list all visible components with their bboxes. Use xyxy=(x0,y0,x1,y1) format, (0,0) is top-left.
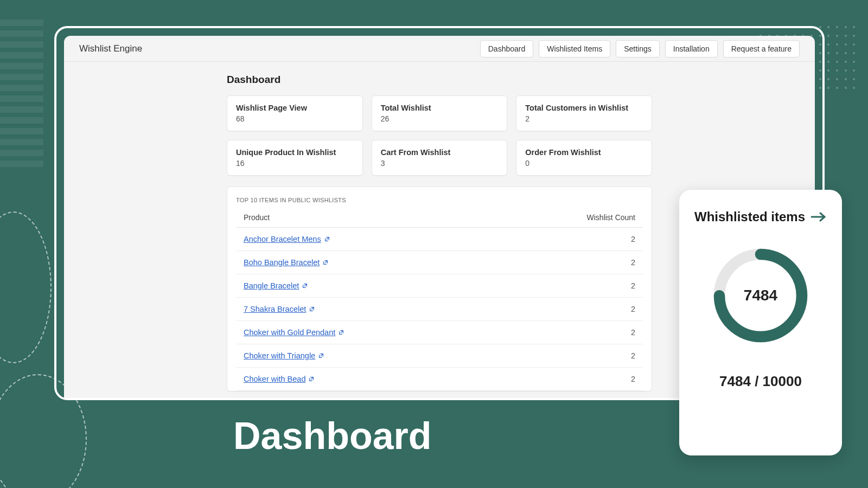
stat-label: Total Customers in Wishlist xyxy=(525,104,643,112)
external-link-icon xyxy=(309,376,314,382)
product-link[interactable]: Anchor Bracelet Mens xyxy=(244,235,330,243)
product-link[interactable]: Choker with Triangle xyxy=(244,351,324,360)
stat-value: 0 xyxy=(525,159,643,168)
nav-installation[interactable]: Installation xyxy=(665,40,718,57)
external-link-icon xyxy=(309,306,315,312)
stat-card-total-customers: Total Customers in Wishlist 2 xyxy=(516,95,652,131)
stat-value: 2 xyxy=(525,114,643,123)
stat-card-page-view: Wishlist Page View 68 xyxy=(227,95,363,131)
stat-label: Unique Product In Wishlist xyxy=(236,148,354,157)
stat-value: 26 xyxy=(381,114,499,123)
table-header: Product Wishlist Count xyxy=(236,213,643,228)
stat-card-cart-from-wishlist: Cart From Wishlist 3 xyxy=(372,140,508,176)
external-link-icon xyxy=(323,260,328,265)
table-row: Boho Bangle Bracelet2 xyxy=(236,251,643,274)
top-items-table: TOP 10 ITEMS IN PUBLIC WISHLISTS Product… xyxy=(227,187,652,391)
nav-dashboard[interactable]: Dashboard xyxy=(480,40,534,57)
ratio-text: 7484 / 10000 xyxy=(694,373,827,390)
stat-card-order-from-wishlist: Order From Wishlist 0 xyxy=(516,140,652,176)
stat-value: 68 xyxy=(236,114,354,123)
float-card-title: Whishlisted items xyxy=(694,209,805,224)
bg-lines-decoration xyxy=(0,20,43,171)
external-link-icon xyxy=(302,283,308,288)
nav-request-feature[interactable]: Request a feature xyxy=(723,40,800,57)
float-card-header: Whishlisted items xyxy=(694,209,827,224)
stat-value: 16 xyxy=(236,159,354,168)
stat-card-total-wishlist: Total Wishlist 26 xyxy=(372,95,508,131)
topbar: Wishlist Engine Dashboard Wishlisted Ite… xyxy=(64,36,815,62)
row-count: 2 xyxy=(631,328,635,337)
page-title: Dashboard xyxy=(227,74,652,86)
stat-label: Order From Wishlist xyxy=(525,148,643,157)
external-link-icon xyxy=(318,353,324,358)
table-row: 7 Shakra Bracelet2 xyxy=(236,298,643,321)
nav-wishlisted-items[interactable]: Wishlisted Items xyxy=(539,40,610,57)
row-count: 2 xyxy=(631,305,635,313)
product-link[interactable]: Boho Bangle Bracelet xyxy=(244,258,328,267)
stat-card-unique-product: Unique Product In Wishlist 16 xyxy=(227,140,363,176)
table-row: Choker with Bead2 xyxy=(236,368,643,391)
row-count: 2 xyxy=(631,258,635,267)
product-link[interactable]: 7 Shakra Bracelet xyxy=(244,305,315,313)
col-count: Wishlist Count xyxy=(587,213,635,222)
stat-label: Wishlist Page View xyxy=(236,104,354,112)
product-link[interactable]: Bangle Bracelet xyxy=(244,281,308,290)
table-body: Anchor Bracelet Mens2Boho Bangle Bracele… xyxy=(236,228,643,391)
row-count: 2 xyxy=(631,281,635,290)
bg-dashed-loop xyxy=(0,211,52,363)
external-link-icon xyxy=(339,330,344,335)
table-row: Anchor Bracelet Mens2 xyxy=(236,228,643,251)
stat-label: Total Wishlist xyxy=(381,104,499,112)
table-title: TOP 10 ITEMS IN PUBLIC WISHLISTS xyxy=(236,197,643,203)
stat-value: 3 xyxy=(381,159,499,168)
nav-settings[interactable]: Settings xyxy=(616,40,660,57)
nav-buttons: Dashboard Wishlisted Items Settings Inst… xyxy=(480,40,800,57)
external-link-icon xyxy=(324,236,330,242)
table-row: Choker with Triangle2 xyxy=(236,344,643,368)
app-title: Wishlist Engine xyxy=(79,43,142,54)
row-count: 2 xyxy=(631,375,635,383)
hero-caption: Dashboard xyxy=(233,414,432,458)
product-link[interactable]: Choker with Bead xyxy=(244,375,314,383)
row-count: 2 xyxy=(631,235,635,243)
row-count: 2 xyxy=(631,351,635,360)
col-product: Product xyxy=(244,213,270,222)
wishlisted-items-card: Whishlisted items 7484 7484 / 10000 xyxy=(679,190,842,455)
product-link[interactable]: Choker with Gold Pendant xyxy=(244,328,344,337)
table-row: Choker with Gold Pendant2 xyxy=(236,321,643,344)
donut-chart: 7484 xyxy=(694,244,827,347)
stats-grid: Wishlist Page View 68 Total Wishlist 26 … xyxy=(227,95,652,176)
arrow-right-icon[interactable] xyxy=(810,211,827,222)
donut-center-value: 7484 xyxy=(694,244,827,347)
stat-label: Cart From Wishlist xyxy=(381,148,499,157)
table-row: Bangle Bracelet2 xyxy=(236,274,643,298)
